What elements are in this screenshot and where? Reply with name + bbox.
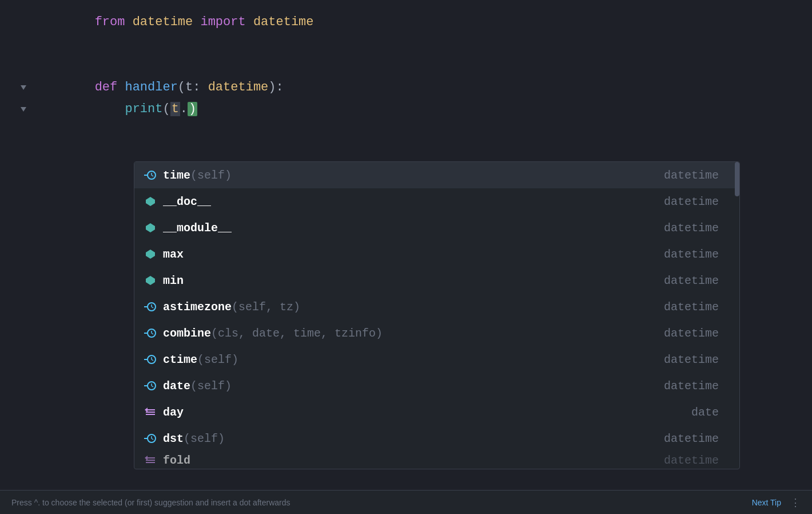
svg-line-33 [152, 438, 153, 440]
ac-icon-tag-module [144, 221, 157, 235]
var-t: t [170, 102, 180, 116]
import-datetime: datetime [253, 15, 314, 29]
gutter-4 [11, 84, 34, 92]
status-bar: Press ^. to choose the selected (or firs… [0, 490, 812, 514]
method-name-max: max [163, 248, 184, 261]
svg-marker-7 [146, 223, 155, 232]
svg-rect-28 [146, 414, 155, 415]
ac-icon-method-combine [144, 326, 157, 340]
method-name-min: min [163, 274, 184, 287]
ac-item-dst[interactable]: dst(self) datetime [134, 425, 739, 452]
space3 [246, 15, 253, 29]
ac-label-ctime: ctime(self) [163, 353, 664, 366]
autocomplete-dropdown: time(self) datetime __doc__ datetime [134, 161, 740, 469]
indent [95, 102, 125, 116]
code-line-2 [11, 33, 812, 55]
ac-type-doc: datetime [664, 195, 730, 208]
line-2-content [34, 33, 812, 55]
ac-icon-prop-day [144, 405, 157, 419]
code-line-5: print(t.) [11, 98, 812, 120]
svg-marker-1 [21, 107, 26, 112]
ac-item-date[interactable]: date(self) datetime [134, 373, 739, 399]
space1 [125, 15, 132, 29]
ac-type-dst: datetime [664, 432, 730, 445]
method-name-time: time [163, 169, 190, 182]
ac-item-combine[interactable]: combine(cls, date, time, tzinfo) datetim… [134, 320, 739, 346]
keyword-from: from [95, 15, 125, 29]
code-area: from datetime import datetime def handle… [0, 11, 812, 120]
line-5-content[interactable]: print(t.) [34, 77, 812, 142]
method-params-dst: (self) [184, 432, 225, 445]
svg-line-13 [152, 307, 153, 308]
method-name-ctime: ctime [163, 353, 197, 366]
svg-marker-29 [145, 408, 148, 412]
svg-line-17 [152, 333, 153, 334]
ac-icon-method-ctime [144, 353, 157, 366]
ac-icon-tag-max [144, 247, 157, 261]
svg-marker-8 [146, 250, 155, 259]
ac-item-day[interactable]: day date [134, 399, 739, 425]
method-name-module: __module__ [163, 222, 232, 235]
ac-label-fold: fold [163, 454, 664, 467]
ac-icon-method-time [144, 168, 157, 182]
method-name-combine: combine [163, 327, 211, 340]
ac-item-max[interactable]: max datetime [134, 241, 739, 267]
ac-item-doc[interactable]: __doc__ datetime [134, 188, 739, 215]
method-params-date: (self) [190, 379, 232, 393]
svg-marker-37 [145, 456, 148, 460]
ac-label-doc: __doc__ [163, 195, 664, 208]
ac-label-min: min [163, 274, 664, 287]
svg-line-25 [152, 386, 153, 387]
gutter-5 [11, 105, 34, 113]
keyword-import: import [200, 15, 245, 29]
dot: . [180, 102, 188, 116]
ac-label-astimezone: astimezone(self, tz) [163, 301, 664, 314]
method-name-dst: dst [163, 432, 184, 445]
method-name-day: day [163, 406, 184, 419]
ac-type-combine: datetime [664, 327, 730, 340]
svg-marker-9 [146, 276, 155, 285]
method-name-astimezone: astimezone [163, 301, 232, 314]
method-params-combine: (cls, date, time, tzinfo) [211, 327, 383, 340]
fold-icon-5[interactable] [19, 105, 27, 113]
ac-icon-tag-min [144, 274, 157, 287]
editor-container: from datetime import datetime def handle… [0, 0, 812, 514]
space2 [193, 15, 200, 29]
ac-label-time: time(self) [163, 169, 664, 182]
svg-line-5 [152, 175, 153, 176]
tip-text: Press ^. to choose the selected (or firs… [11, 498, 749, 507]
ac-icon-method-astimezone [144, 300, 157, 314]
ac-item-fold[interactable]: fold datetime [134, 452, 739, 469]
method-params-ctime: (self) [197, 353, 238, 366]
print-func: print [125, 102, 162, 116]
next-tip-button[interactable]: Next Tip [752, 498, 781, 507]
ac-item-ctime[interactable]: ctime(self) datetime [134, 346, 739, 373]
ac-item-time[interactable]: time(self) datetime [134, 162, 739, 188]
ac-type-astimezone: datetime [664, 301, 730, 314]
ac-type-day: date [691, 406, 730, 419]
ac-icon-prop-fold [144, 453, 157, 467]
ac-label-day: day [163, 406, 691, 419]
ac-icon-tag-doc [144, 195, 157, 208]
svg-marker-0 [21, 85, 26, 90]
open-paren2: ( [162, 102, 170, 116]
method-name-date: date [163, 379, 190, 393]
cursor: ) [188, 102, 197, 116]
svg-marker-6 [146, 197, 155, 206]
svg-rect-36 [146, 462, 155, 463]
method-name-fold: fold [163, 454, 190, 467]
svg-line-21 [152, 359, 153, 361]
ac-item-astimezone[interactable]: astimezone(self, tz) datetime [134, 294, 739, 320]
ac-label-combine: combine(cls, date, time, tzinfo) [163, 327, 664, 340]
ac-item-module[interactable]: __module__ datetime [134, 215, 739, 241]
ac-icon-method-dst [144, 432, 157, 445]
ac-type-date: datetime [664, 379, 730, 393]
fold-icon-4[interactable] [19, 84, 27, 92]
scrollbar[interactable] [735, 162, 739, 188]
ac-type-module: datetime [664, 222, 730, 235]
method-name-doc: __doc__ [163, 195, 211, 208]
ac-item-min[interactable]: min datetime [134, 267, 739, 294]
ac-label-module: __module__ [163, 222, 664, 235]
method-params-astimezone: (self, tz) [232, 301, 300, 314]
more-options-icon[interactable]: ⋮ [790, 496, 801, 509]
